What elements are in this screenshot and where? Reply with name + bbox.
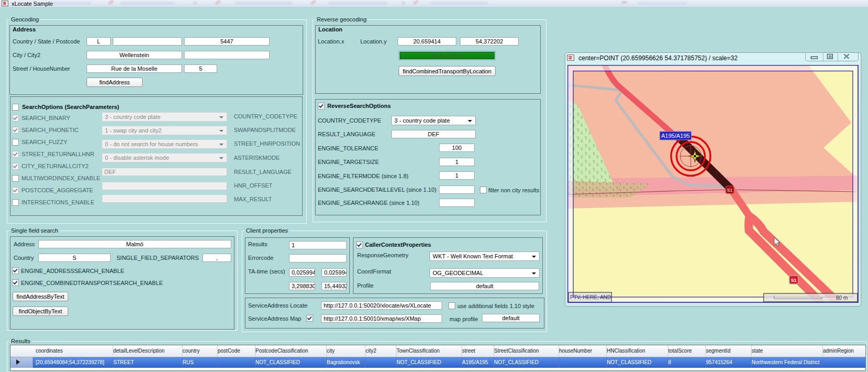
svg-text:A195/A195: A195/A195 bbox=[661, 133, 690, 139]
svg-text:51: 51 bbox=[727, 188, 732, 193]
svg-text:51: 51 bbox=[791, 278, 796, 283]
svg-text:80 m: 80 m bbox=[836, 295, 848, 301]
